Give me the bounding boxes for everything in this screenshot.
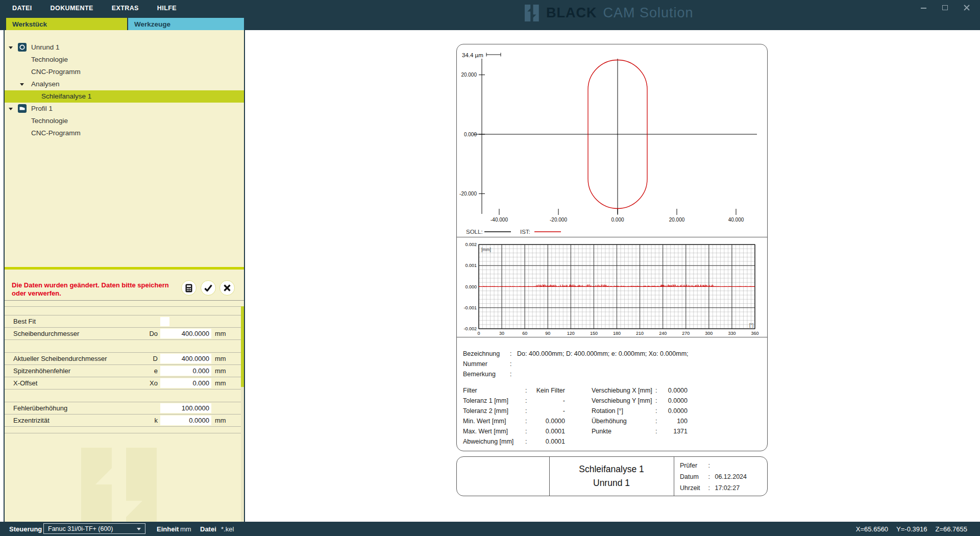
panel-divider <box>244 30 245 522</box>
field-unit: mm <box>215 417 226 424</box>
tree-item-label: Schleifanalyse 1 <box>41 92 91 100</box>
svg-text:150: 150 <box>590 331 598 336</box>
uhrzeit-label: Uhrzeit <box>680 484 706 492</box>
form-row-best-fit: Best Fit <box>5 315 241 327</box>
info-row-verschiebung-x-mm: Verschiebung X [mm]:0.0000 <box>592 387 760 395</box>
pruefer-row: Prüfer : <box>680 462 713 469</box>
kontur-chart-section: 34.4 µm20.0000.000-20.000-40.000-20.0000… <box>457 44 767 237</box>
tree-item-label: Profil 1 <box>31 105 53 112</box>
datum-label: Datum <box>680 473 706 480</box>
menu-hilfe[interactable]: HILFE <box>157 5 177 12</box>
form-row-scheibendurchmesser: ScheibendurchmesserDo400.0000mm <box>5 327 241 339</box>
left-panel: Unrund 1TechnologieCNC-ProgrammAnalysenS… <box>5 30 244 522</box>
abweichung-chart: 0.0020.0010.000-0.001-0.0020306090120150… <box>457 237 767 337</box>
tree-item-profil-1[interactable]: Profil 1 <box>5 103 244 115</box>
svg-text:-0.002: -0.002 <box>463 326 477 331</box>
info-row-nummer: Nummer: <box>463 360 631 369</box>
pruefer-label: Prüfer <box>680 462 706 469</box>
info-row-berh-hung: Überhöhung:100 <box>592 418 760 426</box>
discard-button[interactable] <box>219 280 235 296</box>
datum-value: 06.12.2024 <box>715 473 747 480</box>
accent-divider <box>5 267 244 270</box>
info-label: Nummer <box>463 360 487 368</box>
colon: : <box>510 371 511 378</box>
chevron-down-icon <box>9 108 13 110</box>
tree-item-cnc-programm[interactable]: CNC-Programm <box>5 66 244 78</box>
info-label: Max. Wert [mm] <box>463 428 508 435</box>
field-symbol: Xo <box>125 379 158 387</box>
menu-bar: DATEI DOKUMENTE EXTRAS HILFE <box>12 0 177 16</box>
form-row-x-offset: X-OffsetXo0.000mm <box>5 377 241 389</box>
svg-text:-20.000: -20.000 <box>550 217 567 223</box>
field-label: Exzentrizität <box>13 417 50 424</box>
info-value: 0.0000 <box>657 387 688 394</box>
x-offset-input[interactable]: 0.000 <box>160 378 211 388</box>
tree-item-label: CNC-Programm <box>31 68 81 76</box>
scheibendurchmesser-input[interactable]: 400.0000 <box>160 329 211 338</box>
tree-item-schleifanalyse-1[interactable]: Schleifanalyse 1 <box>5 90 244 103</box>
tree-item-technologie[interactable]: Technologie <box>5 115 244 127</box>
svg-text:210: 210 <box>636 331 644 336</box>
einheit-label: Einheit <box>157 525 179 533</box>
steuerung-select[interactable]: Fanuc 31i/0i-TF+ (600) <box>43 523 145 534</box>
tab-werkzeuge[interactable]: Werkzeuge <box>128 18 244 30</box>
info-value: 0.0001 <box>526 428 565 435</box>
close-icon[interactable] <box>963 4 971 12</box>
status-bar: Steuerung Fanuc 31i/0i-TF+ (600) Einheit… <box>0 522 980 536</box>
info-row-abweichung-mm: Abweichung [mm]:0.0001 <box>463 438 631 446</box>
field-symbol: Do <box>125 330 158 337</box>
exzentrizit-t-input[interactable]: 0.0000 <box>160 416 211 425</box>
field-symbol: e <box>125 367 158 375</box>
tree-item-label: CNC-Programm <box>31 129 81 137</box>
svg-text:[mm]: [mm] <box>481 247 491 252</box>
info-label: Verschiebung Y [mm] <box>592 397 652 404</box>
field-label: X-Offset <box>13 379 37 387</box>
info-value: Do: 400.000mm; D: 400.000mm; e: 0.000mm;… <box>517 350 689 357</box>
tree-item-analysen[interactable]: Analysen <box>5 78 244 90</box>
colon: : <box>708 484 709 492</box>
minimize-icon[interactable] <box>920 4 928 12</box>
svg-text:0.000: 0.000 <box>465 284 477 289</box>
info-label: Abweichung [mm] <box>463 438 513 445</box>
info-label: Toleranz 1 [mm] <box>463 397 508 404</box>
brand-name-light: CAM Solution <box>603 5 694 21</box>
workpiece-icon <box>18 43 27 52</box>
info-value: 1371 <box>657 428 688 435</box>
recalculate-button[interactable] <box>181 280 197 296</box>
svg-text:30: 30 <box>499 331 504 336</box>
menu-datei[interactable]: DATEI <box>12 5 32 12</box>
tree-item-technologie[interactable]: Technologie <box>5 54 244 66</box>
spitzenh-henfehler-input[interactable]: 0.000 <box>160 366 211 376</box>
info-label: Bezeichnung <box>463 350 500 357</box>
title-block-divider <box>674 457 674 496</box>
check-icon <box>204 284 212 291</box>
fehler-berh-hung-input[interactable]: 100.0000 <box>160 403 211 413</box>
colon: : <box>510 350 511 357</box>
apply-button[interactable] <box>201 280 216 296</box>
svg-text:0.002: 0.002 <box>465 242 477 247</box>
tree-item-cnc-programm[interactable]: CNC-Programm <box>5 127 244 139</box>
info-row-bezeichnung: Bezeichnung:Do: 400.000mm; D: 400.000mm;… <box>463 350 631 358</box>
window-controls <box>920 2 971 13</box>
report-title-line1: Schleifanalyse 1 <box>549 462 674 476</box>
info-value: 0.0000 <box>657 397 688 404</box>
info-value: 100 <box>657 418 688 425</box>
svg-text:-20.000: -20.000 <box>459 191 477 197</box>
tree-item-unrund-1[interactable]: Unrund 1 <box>5 41 244 54</box>
colon: : <box>510 360 511 368</box>
calculator-icon <box>185 284 192 293</box>
restore-icon[interactable] <box>941 4 949 12</box>
info-label: Überhöhung <box>592 418 627 425</box>
best-fit-checkbox[interactable] <box>160 317 169 326</box>
aktueller-scheibendurchmesser-input[interactable]: 400.0000 <box>160 354 211 363</box>
info-label: Filter <box>463 387 477 394</box>
watermark-logo-icon <box>81 448 163 522</box>
info-value: - <box>526 407 565 415</box>
menu-dokumente[interactable]: DOKUMENTE <box>51 5 93 12</box>
info-label: Toleranz 2 [mm] <box>463 407 508 415</box>
field-unit: mm <box>215 355 226 362</box>
svg-text:330: 330 <box>728 331 736 336</box>
menu-extras[interactable]: EXTRAS <box>112 5 139 12</box>
field-label: Best Fit <box>13 318 36 325</box>
tab-werkstueck[interactable]: Werkstück <box>6 18 127 30</box>
